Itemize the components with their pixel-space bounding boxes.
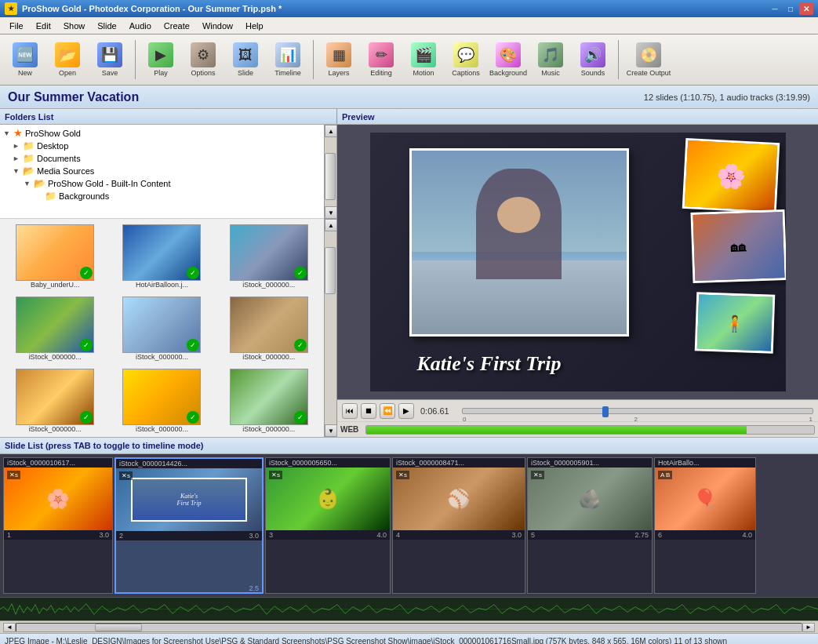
tree-item-backgrounds[interactable]: 📁 Backgrounds <box>2 190 322 202</box>
scroll-thumb[interactable] <box>325 153 336 200</box>
back-button[interactable]: ⏪ <box>380 403 395 419</box>
save-button[interactable]: 💾 Save <box>89 38 130 82</box>
list-item[interactable]: ✓ iStock_000000... <box>217 294 321 363</box>
thumb-scroll-track[interactable] <box>325 231 336 424</box>
new-button[interactable]: 🆕 New <box>5 38 45 82</box>
thumbnail-label: Baby_underU... <box>31 281 80 289</box>
options-label: Options <box>191 69 215 77</box>
tree-item-desktop[interactable]: ► 📁 Desktop <box>2 140 322 152</box>
slide-cell-4[interactable]: iStock_0000008471... ✕s ⚾ 4 3.0 <box>392 457 525 594</box>
play-button[interactable]: ▶ Play <box>140 38 181 82</box>
slide-button[interactable]: 🖼 Slide <box>225 38 266 82</box>
tree-item-media-sources[interactable]: ▼ 📂 Media Sources <box>2 165 322 177</box>
window-title: ProShow Gold - Photodex Corporation - Ou… <box>22 4 768 13</box>
list-item[interactable]: ✓ iStock_000000... <box>217 222 321 291</box>
preview-photo3: 🏘 <box>690 209 786 283</box>
tree-label: ProShow Gold - Built-In Content <box>48 179 171 188</box>
save-label: Save <box>102 69 118 77</box>
rewind-button[interactable]: ⏮ <box>342 403 358 419</box>
scroll-thumb[interactable] <box>95 624 142 631</box>
slide-label-3: iStock_0000005650... <box>266 458 390 468</box>
thumb-scroll-up[interactable]: ▲ <box>325 219 336 231</box>
sounds-label: Sounds <box>581 69 605 77</box>
list-item[interactable]: ✓ iStock_000000... <box>3 294 107 363</box>
motion-button[interactable]: 🎬 Motion <box>403 38 444 82</box>
list-item[interactable]: ✓ iStock_000000... <box>3 366 107 435</box>
timeline-slider[interactable]: 0 2 1 <box>462 408 813 414</box>
sounds-button[interactable]: 🔊 Sounds <box>573 38 613 82</box>
music-button[interactable]: 🎵 Music <box>530 38 571 82</box>
editing-button[interactable]: ✏ Editing <box>361 38 402 82</box>
scroll-up[interactable]: ▲ <box>325 125 337 137</box>
layers-button[interactable]: ▦ Layers <box>318 38 359 82</box>
timeline-button[interactable]: 📊 Timeline <box>267 38 308 82</box>
thumbnail-section: ✓ Baby_underU... ✓ HotAirBalloon.j... <box>0 219 336 437</box>
slide-cell-1[interactable]: iStock_0000010617... ✕s 🌸 1 3.0 <box>3 457 113 594</box>
preview-title: Katie's First Trip <box>417 352 562 376</box>
list-item[interactable]: ✓ Baby_underU... <box>3 222 107 291</box>
thumbnail-label: iStock_000000... <box>29 425 82 433</box>
close-button[interactable]: ✕ <box>799 2 813 15</box>
menu-help[interactable]: Help <box>239 20 270 32</box>
create-output-button[interactable]: 📀 Create Output <box>623 38 674 82</box>
slide-num-1: 1 <box>7 531 11 539</box>
menu-create[interactable]: Create <box>158 20 196 32</box>
slide-duration-6: 4.0 <box>742 531 752 539</box>
thumbnail-label: iStock_000000... <box>242 425 295 433</box>
list-item[interactable]: ✓ iStock_000000... <box>110 294 213 363</box>
slide-cell-2[interactable]: iStock_0000014426... ✕s Katie'sFirst Tri… <box>115 457 264 594</box>
menu-slide[interactable]: Slide <box>91 20 122 32</box>
thumb-scroll-down[interactable]: ▼ <box>325 424 336 437</box>
timeline-thumb[interactable] <box>602 406 609 417</box>
web-progress-bar <box>365 425 815 435</box>
scroll-track[interactable] <box>325 137 336 206</box>
title-bar: ★ ProShow Gold - Photodex Corporation - … <box>0 0 818 17</box>
folder-tree-scrollbar[interactable]: ▲ ▼ <box>324 125 336 219</box>
slide-info-5: 5 2.75 <box>528 530 652 540</box>
open-button[interactable]: 📂 Open <box>47 38 88 82</box>
menu-show[interactable]: Show <box>57 20 92 32</box>
thumbnail-area: ✓ Baby_underU... ✓ HotAirBalloon.j... <box>0 219 324 437</box>
horizontal-scrollbar[interactable]: ◄ ► <box>0 620 818 633</box>
tree-item-builtin[interactable]: ▼ 📂 ProShow Gold - Built-In Content <box>2 177 322 190</box>
menu-edit[interactable]: Edit <box>30 20 57 32</box>
thumbnail-label: iStock_000000... <box>136 353 188 361</box>
slide-info-3: 3 4.0 <box>266 530 390 540</box>
thumb-scroll-thumb[interactable] <box>325 247 336 294</box>
options-button[interactable]: ⚙ Options <box>183 38 224 82</box>
tree-item-proshow[interactable]: ▼ ★ ProShow Gold <box>2 126 322 140</box>
scroll-track[interactable] <box>16 623 802 632</box>
slide-label-2: iStock_0000014426... <box>116 459 262 468</box>
maximize-button[interactable]: □ <box>783 2 798 15</box>
captions-button[interactable]: 💬 Captions <box>445 38 486 82</box>
scroll-left-button[interactable]: ◄ <box>3 623 16 632</box>
slides-scroll-area[interactable]: iStock_0000010617... ✕s 🌸 1 3.0 iStock_0… <box>0 454 818 597</box>
minimize-button[interactable]: ─ <box>768 2 782 15</box>
list-item[interactable]: ✓ iStock_000000... <box>217 366 321 435</box>
preview-controls: ⏮ ⏹ ⏪ ▶ 0:06.61 0 2 1 <box>337 399 818 421</box>
slide-cell-6[interactable]: HotAirBallo... A B 🎈 6 4.0 <box>654 457 756 594</box>
app-icon: ★ <box>5 2 17 15</box>
slide-duration-1: 3.0 <box>99 531 109 539</box>
toolbar-separator-3 <box>618 40 619 79</box>
tree-label: Documents <box>37 154 81 163</box>
stop-button[interactable]: ⏹ <box>361 403 376 419</box>
slide-cell-5[interactable]: iStock_0000005901... ✕s 🪨 5 2.75 <box>527 457 653 594</box>
window-controls: ─ □ ✕ <box>768 2 813 15</box>
slide-thumbnail-5: ✕s 🪨 <box>528 468 652 530</box>
tree-item-documents[interactable]: ► 📁 Documents <box>2 152 322 165</box>
scroll-right-button[interactable]: ► <box>802 623 815 632</box>
menu-file[interactable]: File <box>3 20 30 32</box>
list-item[interactable]: ✓ iStock_000000... <box>110 366 213 435</box>
web-bar: WEB <box>337 421 818 437</box>
slide-info-1: 1 3.0 <box>4 530 112 540</box>
list-item[interactable]: ✓ HotAirBalloon.j... <box>110 222 213 291</box>
scroll-down[interactable]: ▼ <box>325 206 337 219</box>
background-button[interactable]: 🎨 Background <box>488 38 529 82</box>
slide-cell-3[interactable]: iStock_0000005650... ✕s 👶 3 4.0 <box>265 457 391 594</box>
menu-window[interactable]: Window <box>196 20 239 32</box>
play-preview-button[interactable]: ▶ <box>398 403 414 419</box>
menu-audio[interactable]: Audio <box>123 20 158 32</box>
background-label: Background <box>489 69 527 77</box>
thumbnail-scrollbar[interactable]: ▲ ▼ <box>324 219 336 437</box>
